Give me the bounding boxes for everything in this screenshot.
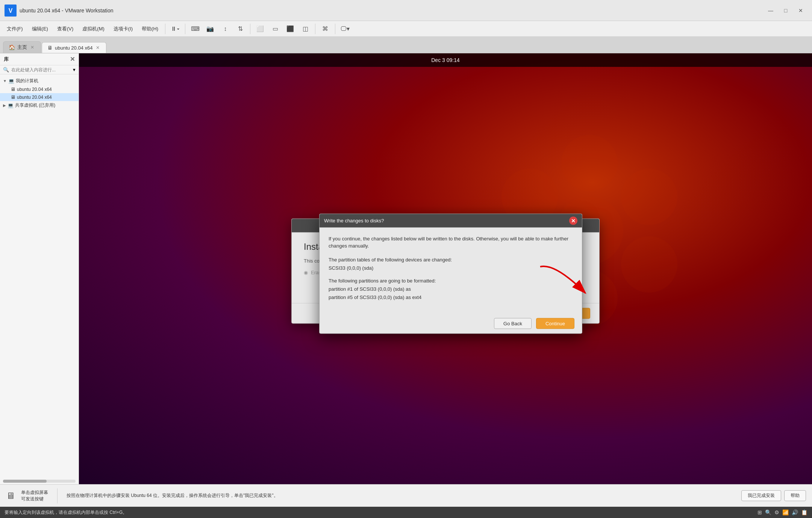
menu-edit[interactable]: 编辑(E) — [28, 24, 52, 34]
write-partitions: The following partitions are going to be… — [329, 276, 573, 301]
status-icon-display: ⊞ — [757, 509, 762, 515]
tab-home[interactable]: 🏠 主页 ✕ — [3, 41, 41, 53]
menu-view[interactable]: 查看(V) — [53, 24, 77, 34]
partition-tables-label: The partition tables of the following de… — [329, 257, 452, 262]
sidebar-tree: ▼ 💻 我的计算机 🖥 ubuntu 20.04 x64 🖥 ubuntu 20… — [0, 74, 79, 478]
vm-status-top: Dec 3 09:14 — [79, 53, 812, 67]
maximize-button[interactable]: □ — [779, 5, 792, 16]
tree-label-my-computers: 我的计算机 — [16, 78, 38, 84]
sidebar-search[interactable]: 🔍 ▾ — [0, 65, 79, 74]
write-dialog-title-text: Write the changes to disks? — [324, 218, 384, 224]
toolbar-fullscreen3[interactable]: ⬛ — [283, 23, 297, 35]
complete-install-button[interactable]: 我已完成安装 — [741, 490, 781, 501]
tree-item-ubuntu-2[interactable]: 🖥 ubuntu 20.04 x64 — [0, 93, 79, 101]
menu-tabs[interactable]: 选项卡(I) — [110, 24, 136, 34]
partitions-label: The following partitions are going to be… — [329, 278, 436, 283]
sidebar-title: 库 — [4, 56, 9, 63]
minimize-button[interactable]: — — [764, 5, 777, 16]
home-tab-icon: 🏠 — [9, 44, 15, 50]
partition-5-text: partition #5 of SCSI33 (0,0,0) (sda) as … — [329, 294, 421, 300]
bottom-bar-description: 按照在物理计算机中的步骤安装 Ubuntu 64 位。安装完成后，操作系统会进行… — [67, 492, 735, 499]
toolbar-separator-1 — [165, 24, 165, 34]
write-main-text: If you continue, the changes listed belo… — [329, 235, 573, 249]
toolbar-separator-2 — [185, 24, 185, 34]
tree-arrow-expand: ▼ — [3, 79, 7, 83]
shared-vm-icon: 💻 — [8, 103, 14, 108]
tree-label-shared: 共享虚拟机 (已弃用) — [15, 102, 55, 109]
app-title: ubuntu 20.04 x64 - VMware Workstation — [20, 8, 764, 14]
svg-text:V: V — [9, 8, 13, 14]
vmware-logo: V — [5, 5, 17, 17]
write-dialog-titlebar: Write the changes to disks? ✕ — [320, 214, 582, 227]
sidebar: 库 ✕ 🔍 ▾ ▼ 💻 我的计算机 🖥 ubuntu 20.04 x64 🖥 u… — [0, 53, 79, 484]
status-icon-gear: ⚙ — [774, 509, 779, 515]
write-dialog-footer: Go Back Continue — [320, 314, 582, 334]
sidebar-header: 库 ✕ — [0, 53, 79, 65]
status-icon-clipboard: 📋 — [801, 509, 807, 515]
sidebar-scrollbar[interactable] — [3, 480, 76, 483]
toolbar-shared[interactable]: ⇅ — [233, 23, 247, 35]
bottom-bar-hint: 单击虚拟屏幕 可发送按键 — [21, 489, 48, 502]
bottom-bar-hint-line2: 可发送按键 — [21, 496, 48, 502]
menu-vm[interactable]: 虚拟机(M) — [79, 24, 108, 34]
sidebar-search-input[interactable] — [11, 67, 71, 72]
search-icon: 🔍 — [3, 67, 9, 72]
tab-home-close[interactable]: ✕ — [29, 44, 35, 50]
status-icon-search: 🔍 — [765, 509, 771, 515]
bottom-status-text: 要将输入定向到该虚拟机，请在虚拟机内部单击或按 Ctrl+G。 — [5, 509, 757, 516]
toolbar-send-ctrl[interactable]: ⌨ — [188, 23, 202, 35]
toolbar-fullscreen2[interactable]: ▭ — [268, 23, 282, 35]
vm-datetime: Dec 3 09:14 — [431, 57, 460, 63]
go-back-button[interactable]: Go Back — [494, 318, 532, 329]
close-button[interactable]: ✕ — [794, 5, 807, 16]
tree-item-shared-vm[interactable]: ▶ 💻 共享虚拟机 (已弃用) — [0, 101, 79, 110]
tab-home-label: 主页 — [17, 44, 27, 51]
close-x-icon: ✕ — [571, 217, 576, 224]
tree-label-ubuntu-1: ubuntu 20.04 x64 — [17, 87, 52, 92]
write-dialog-content: If you continue, the changes listed belo… — [320, 227, 582, 313]
menu-bar: 文件(F) 编辑(E) 查看(V) 虚拟机(M) 选项卡(I) 帮助(H) ⏸▾… — [0, 21, 812, 37]
svg-point-6 — [621, 169, 677, 225]
bottom-bar-separator — [57, 488, 58, 503]
partition-tables-device: SCSI33 (0,0,0) (sda) — [329, 265, 373, 270]
menu-help[interactable]: 帮助(H) — [138, 24, 162, 34]
toolbar-pause-btn[interactable]: ⏸▾ — [168, 23, 182, 35]
main-layout: 库 ✕ 🔍 ▾ ▼ 💻 我的计算机 🖥 ubuntu 20.04 x64 🖥 u… — [0, 53, 812, 484]
menu-file[interactable]: 文件(F) — [3, 24, 27, 34]
toolbar-separator-4 — [315, 24, 315, 34]
ubuntu-tab-icon: 🖥 — [47, 45, 53, 51]
toolbar-display[interactable]: 🖵▾ — [338, 23, 352, 35]
toolbar-share[interactable]: ↕ — [218, 23, 232, 35]
tree-item-ubuntu-1[interactable]: 🖥 ubuntu 20.04 x64 — [0, 85, 79, 93]
continue-button[interactable]: Continue — [536, 318, 574, 329]
toolbar-snapshot[interactable]: 📷 — [203, 23, 217, 35]
tab-ubuntu[interactable]: 🖥 ubuntu 20.04 x64 ✕ — [42, 42, 106, 53]
write-dialog-close-btn[interactable]: ✕ — [569, 216, 577, 225]
help-button[interactable]: 帮助 — [784, 490, 806, 501]
vm-screen[interactable]: Dec 3 09:14 Install Installation type Th… — [79, 53, 812, 484]
tab-ubuntu-label: ubuntu 20.04 x64 — [55, 45, 92, 51]
status-icon-volume: 🔊 — [792, 509, 798, 515]
very-bottom-bar: 要将输入定向到该虚拟机，请在虚拟机内部单击或按 Ctrl+G。 ⊞ 🔍 ⚙ 📶 … — [0, 507, 812, 518]
toolbar-terminal[interactable]: ⌘ — [318, 23, 332, 35]
bottom-bar-actions: 我已完成安装 帮助 — [741, 490, 806, 501]
svg-point-8 — [621, 236, 677, 293]
toolbar-fullscreen4[interactable]: ◫ — [298, 23, 312, 35]
search-dropdown-icon[interactable]: ▾ — [73, 67, 76, 72]
computer-icon: 💻 — [8, 78, 14, 84]
tree-item-my-computers[interactable]: ▼ 💻 我的计算机 — [0, 77, 79, 85]
titlebar-controls: — □ ✕ — [764, 5, 807, 16]
toolbar-fullscreen1[interactable]: ⬜ — [253, 23, 267, 35]
tree-label-ubuntu-2: ubuntu 20.04 x64 — [17, 95, 52, 100]
partition-1-text: partition #1 of SCSI33 (0,0,0) (sda) as — [329, 286, 411, 291]
bottom-bar: 🖥 单击虚拟屏幕 可发送按键 按照在物理计算机中的步骤安装 Ubuntu 64 … — [0, 484, 812, 507]
tab-bar: 🏠 主页 ✕ 🖥 ubuntu 20.04 x64 ✕ — [0, 37, 812, 53]
tab-ubuntu-close[interactable]: ✕ — [95, 45, 101, 51]
vm-icon-2: 🖥 — [11, 94, 15, 100]
radio-icon: ◉ — [304, 269, 308, 275]
toolbar-separator-5 — [335, 24, 335, 34]
status-icon-network: 📶 — [782, 509, 789, 515]
bottom-status-icons: ⊞ 🔍 ⚙ 📶 🔊 📋 — [757, 509, 807, 515]
bottom-bar-hint-line1: 单击虚拟屏幕 — [21, 489, 48, 496]
sidebar-close-btn[interactable]: ✕ — [70, 56, 75, 63]
